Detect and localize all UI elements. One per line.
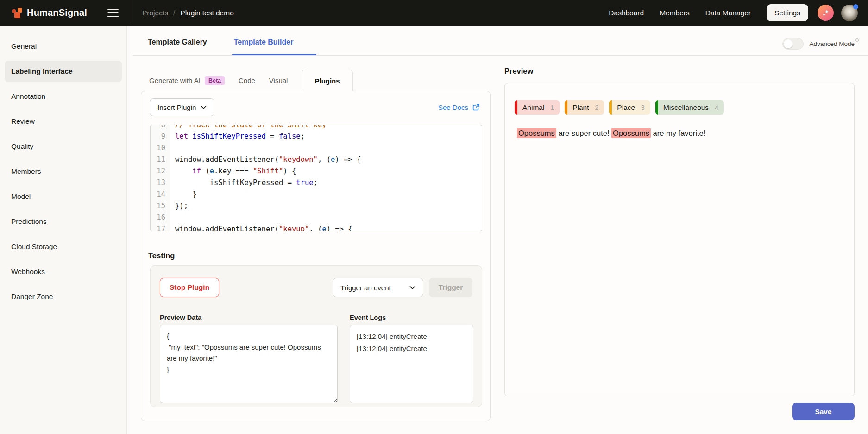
plugins-panel: Insert Plugin See Docs 8// Track the sta… [141, 91, 491, 421]
line-number: 12 [151, 166, 170, 177]
trigger-event-select[interactable]: Trigger an event [333, 278, 423, 297]
breadcrumb: Projects / Plugin test demo [142, 9, 234, 17]
highlighted-entity[interactable]: Opossums [611, 128, 651, 138]
event-logs-box: [13:12:04] entityCreate[13:12:04] entity… [350, 325, 473, 403]
line-number: 16 [151, 212, 170, 223]
save-button[interactable]: Save [792, 403, 855, 420]
code-editor[interactable]: 8// Track the state of the Shift key9let… [150, 125, 482, 231]
builder-subtabs: Generate with AI Beta Code Visual Plugin… [149, 70, 353, 91]
chip-hotkey: 4 [715, 104, 718, 111]
line-number: 17 [151, 223, 170, 231]
preview-heading: Preview [504, 67, 533, 76]
line-number: 11 [151, 154, 170, 166]
chip-label: Place [617, 103, 635, 112]
chip-label: Miscellaneous [663, 103, 709, 112]
preview-data-label: Preview Data [160, 314, 201, 321]
sidebar-item-danger-zone[interactable]: Danger Zone [5, 286, 122, 307]
label-chip-place[interactable]: Place3 [609, 100, 650, 115]
advanced-mode-control: Advanced Mode [782, 38, 855, 50]
subtab-visual[interactable]: Visual [269, 77, 288, 84]
settings-button[interactable]: Settings [767, 4, 808, 21]
code-lines: 8// Track the state of the Shift key9let… [151, 125, 482, 231]
beta-badge: Beta [205, 76, 225, 85]
sidebar-item-general[interactable]: General [5, 36, 122, 57]
nav-dashboard[interactable]: Dashboard [609, 9, 644, 17]
code-line: 14 } [151, 189, 482, 200]
event-logs-label: Event Logs [350, 314, 386, 321]
logo-icon [12, 8, 22, 18]
sparkles-icon [822, 9, 830, 17]
subtab-generate-ai-label: Generate with AI [149, 77, 201, 84]
line-number: 9 [151, 131, 170, 142]
sidebar-item-review[interactable]: Review [5, 111, 122, 132]
event-log-line: [13:12:04] entityCreate [357, 331, 466, 343]
topbar-divider [131, 0, 131, 26]
code-line: 15}); [151, 200, 482, 212]
tab-template-builder[interactable]: Template Builder [234, 38, 294, 46]
label-chip-plant[interactable]: Plant2 [565, 100, 604, 115]
sidebar-item-quality[interactable]: Quality [5, 136, 122, 157]
brand-name: HumanSignal [27, 7, 87, 18]
line-number: 13 [151, 177, 170, 189]
chip-hotkey: 2 [595, 104, 599, 111]
subtab-plugins[interactable]: Plugins [302, 70, 352, 91]
line-number: 8 [151, 125, 170, 131]
text-span: are my favorite! [651, 129, 705, 137]
label-chip-miscellaneous[interactable]: Miscellaneous4 [655, 100, 724, 115]
hamburger-menu-icon[interactable] [107, 9, 119, 17]
testing-panel: Stop Plugin Trigger an event Trigger Pre… [150, 265, 482, 407]
code-line: 11window.addEventListener("keydown", (e)… [151, 154, 482, 166]
label-chip-animal[interactable]: Animal1 [515, 100, 560, 115]
chip-label: Plant [572, 103, 589, 112]
stop-plugin-button[interactable]: Stop Plugin [160, 278, 219, 297]
user-avatar[interactable] [841, 5, 858, 21]
sidebar-item-predictions[interactable]: Predictions [5, 211, 122, 232]
subtab-code[interactable]: Code [239, 77, 255, 84]
nav-members[interactable]: Members [660, 9, 690, 17]
label-chips: Animal1Plant2Place3Miscellaneous4 [515, 100, 724, 115]
chip-color-bar [565, 100, 567, 115]
chip-hotkey: 3 [641, 104, 645, 111]
sidebar-item-webhooks[interactable]: Webhooks [5, 261, 122, 282]
code-line: 16 [151, 212, 482, 223]
sidebar-item-labeling-interface[interactable]: Labeling Interface [5, 61, 122, 82]
main-content: Template Gallery Template Builder Advanc… [127, 26, 868, 434]
subtab-generate-ai[interactable]: Generate with AI Beta [149, 76, 225, 85]
code-line: 8// Track the state of the Shift key [151, 125, 482, 131]
highlighted-entity[interactable]: Opossums [517, 128, 556, 138]
sidebar-item-annotation[interactable]: Annotation [5, 86, 122, 107]
preview-text[interactable]: Opossums are super cute! Opossums are my… [517, 127, 705, 139]
ai-assistant-button[interactable] [818, 5, 834, 21]
notification-dot [853, 4, 858, 9]
trigger-event-value: Trigger an event [340, 284, 391, 292]
breadcrumb-projects-link[interactable]: Projects [142, 9, 168, 17]
line-number: 15 [151, 200, 170, 212]
sidebar-item-cloud-storage[interactable]: Cloud Storage [5, 236, 122, 257]
text-span: are super cute! [556, 129, 611, 137]
chip-color-bar [655, 100, 658, 115]
topbar: HumanSignal Projects / Plugin test demo … [0, 0, 868, 26]
event-log-line: [13:12:04] entityCreate [357, 343, 466, 355]
insert-plugin-button[interactable]: Insert Plugin [150, 98, 214, 116]
advanced-mode-toggle[interactable] [782, 38, 804, 50]
toggle-knob [784, 39, 793, 48]
tab-template-gallery[interactable]: Template Gallery [148, 38, 207, 46]
humansignal-logo[interactable]: HumanSignal [12, 7, 87, 18]
sidebar-item-members[interactable]: Members [5, 161, 122, 182]
preview-data-textarea[interactable] [160, 325, 338, 403]
sidebar-item-model[interactable]: Model [5, 186, 122, 207]
preview-panel: Animal1Plant2Place3Miscellaneous4 Opossu… [504, 83, 855, 396]
insert-plugin-label: Insert Plugin [157, 103, 196, 111]
advanced-mode-label: Advanced Mode [809, 40, 855, 47]
code-line: 17window.addEventListener("keyup", (e) =… [151, 223, 482, 231]
chip-color-bar [609, 100, 612, 115]
trigger-button[interactable]: Trigger [429, 278, 472, 297]
chip-label: Animal [522, 103, 544, 112]
code-line: 10 [151, 142, 482, 154]
see-docs-link[interactable]: See Docs [438, 103, 480, 111]
chevron-down-icon [409, 286, 415, 290]
external-link-icon [472, 103, 480, 111]
tabs-divider [133, 55, 868, 56]
settings-sidebar: GeneralLabeling InterfaceAnnotationRevie… [0, 26, 127, 434]
nav-data-manager[interactable]: Data Manager [705, 9, 751, 17]
